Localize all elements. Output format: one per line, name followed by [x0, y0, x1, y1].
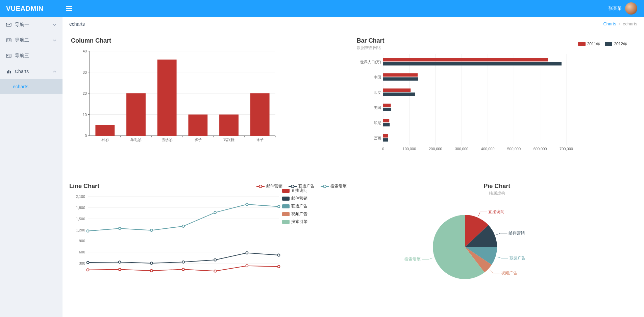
svg-text:900: 900: [79, 239, 85, 243]
svg-rect-34: [157, 60, 177, 136]
svg-text:1,200: 1,200: [76, 228, 85, 232]
svg-point-101: [119, 268, 121, 271]
svg-text:直接访问: 直接访问: [488, 209, 504, 214]
svg-point-81: [259, 185, 262, 188]
svg-rect-72: [383, 104, 391, 107]
svg-text:600: 600: [79, 250, 85, 254]
bar-chart-icon: [6, 69, 11, 74]
sidebar-subitem-label: echarts: [13, 84, 28, 89]
svg-point-112: [246, 252, 248, 254]
legend-swatch: [578, 42, 586, 46]
sidebar-item-label: 导航一: [15, 22, 29, 28]
svg-text:10: 10: [83, 113, 87, 117]
svg-point-85: [323, 185, 326, 188]
stacked-chart-legend: 直接访问 邮件营销 联盟广告 视频广告 搜索引擎: [282, 188, 307, 278]
svg-rect-63: [383, 58, 548, 62]
svg-rect-0: [6, 23, 11, 26]
sidebar-item-label: 导航三: [15, 53, 29, 59]
chevron-down-icon: [53, 23, 56, 27]
svg-point-100: [87, 269, 89, 271]
chart-subtitle: 数据来自网络: [357, 45, 385, 51]
breadcrumb: Charts / echarts: [603, 21, 637, 26]
svg-rect-11: [10, 71, 11, 73]
svg-point-2: [7, 40, 8, 41]
legend-swatch: [282, 197, 290, 201]
svg-text:邮件营销: 邮件营销: [509, 231, 525, 235]
svg-text:视频广告: 视频广告: [501, 271, 517, 275]
sidebar-item-nav3[interactable]: 导航三: [0, 48, 63, 64]
legend-item[interactable]: 联盟广告: [282, 203, 307, 209]
svg-text:600,000: 600,000: [533, 147, 547, 151]
svg-point-108: [119, 261, 121, 263]
legend-swatch: [605, 42, 612, 46]
hamburger-button[interactable]: [63, 6, 76, 11]
legend-item[interactable]: 2012年: [605, 41, 627, 47]
legend-item[interactable]: 直接访问: [282, 188, 307, 194]
legend-item[interactable]: 2011年: [578, 41, 600, 47]
svg-text:裤子: 裤子: [194, 138, 202, 142]
chart-svg: 010203040衬衫羊毛衫雪纺衫裤子高跟鞋袜子: [69, 44, 286, 149]
main: echarts Charts / echarts Column Chart 01…: [63, 17, 644, 317]
svg-point-102: [150, 269, 153, 272]
legend-swatch: [282, 220, 290, 224]
legend-item[interactable]: 邮件营销: [256, 183, 282, 189]
legend-item[interactable]: 搜索引擎: [282, 219, 307, 225]
chart-column: Column Chart 010203040衬衫羊毛衫雪纺衫裤子高跟鞋袜子: [69, 37, 350, 156]
svg-point-83: [291, 185, 294, 188]
breadcrumb-separator: /: [619, 21, 620, 26]
legend-label: 搜索引擎: [291, 219, 307, 225]
legend-label: 直接访问: [291, 188, 307, 194]
sidebar-item-nav1[interactable]: 导航一: [0, 17, 63, 32]
chart-svg: 0100,000200,000300,000400,000500,000600,…: [357, 51, 573, 156]
svg-text:1,500: 1,500: [76, 217, 85, 221]
svg-rect-64: [383, 62, 562, 66]
svg-text:1,800: 1,800: [76, 206, 85, 210]
svg-rect-73: [383, 108, 391, 111]
legend-item[interactable]: 搜索引擎: [321, 183, 347, 189]
breadcrumb-bar: echarts Charts / echarts: [63, 17, 644, 31]
sidebar-item-charts[interactable]: Charts: [0, 64, 63, 79]
legend-label: 2012年: [614, 41, 627, 47]
legend-swatch: [282, 189, 290, 193]
hamburger-icon: [66, 6, 72, 11]
legend-label: 搜索引擎: [330, 183, 347, 189]
svg-text:500,000: 500,000: [507, 147, 521, 151]
id-card-icon: [6, 53, 11, 59]
chart-svg: 直接访问邮件营销联盟广告视频广告搜索引擎: [357, 196, 573, 284]
svg-rect-67: [383, 77, 418, 81]
legend-item[interactable]: 视频广告: [282, 211, 307, 217]
chart-title: Column Chart: [69, 37, 350, 44]
svg-rect-76: [383, 123, 390, 127]
svg-text:20: 20: [83, 91, 87, 95]
svg-point-106: [278, 266, 280, 268]
legend-label: 联盟广告: [291, 203, 307, 209]
svg-point-114: [87, 230, 89, 232]
user-dropdown[interactable]: 张某某: [609, 2, 644, 15]
breadcrumb-link[interactable]: Charts: [603, 21, 616, 26]
svg-text:400,000: 400,000: [481, 147, 494, 151]
logo: VUEADMIN: [0, 5, 63, 13]
sidebar-item-label: Charts: [15, 69, 29, 74]
legend-item[interactable]: 邮件营销: [282, 196, 307, 201]
avatar: [625, 2, 637, 15]
legend-swatch: [282, 204, 290, 208]
svg-text:高跟鞋: 高跟鞋: [223, 138, 234, 142]
svg-text:衬衫: 衬衫: [101, 138, 109, 142]
chart-legend: 2011年 2012年: [578, 41, 637, 47]
svg-point-120: [278, 205, 280, 208]
header: VUEADMIN 张某某: [0, 0, 644, 17]
legend-swatch-line-icon: [256, 184, 265, 188]
svg-text:2,100: 2,100: [76, 195, 85, 199]
legend-label: 视频广告: [291, 211, 307, 217]
svg-rect-28: [95, 125, 115, 136]
svg-rect-40: [219, 115, 239, 136]
svg-text:雪纺衫: 雪纺衫: [162, 138, 173, 142]
svg-point-103: [182, 268, 184, 271]
svg-point-113: [278, 254, 280, 256]
svg-point-109: [150, 262, 153, 265]
sidebar-subitem-echarts[interactable]: echarts: [0, 79, 63, 94]
svg-text:联盟广告: 联盟广告: [510, 256, 526, 261]
sidebar-item-nav2[interactable]: 导航二: [0, 32, 63, 48]
svg-rect-43: [250, 93, 270, 136]
svg-text:0: 0: [382, 147, 384, 151]
